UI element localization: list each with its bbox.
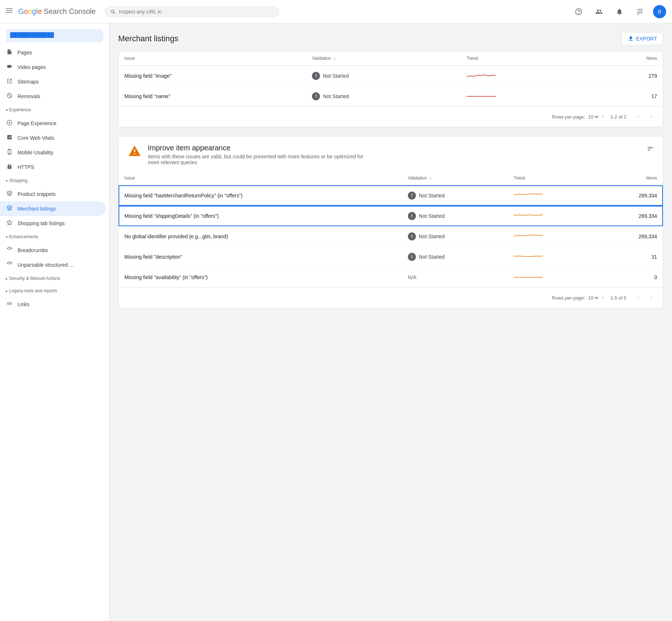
table-row[interactable]: No global identifier provided (e.g., gti… [119,226,663,247]
shopping-section[interactable]: ▾ Shopping [0,174,109,187]
validation-col-header[interactable]: Validation ↓ [306,51,461,66]
sidebar-item-breadcrumbs[interactable]: Breadcrumbs [0,243,106,258]
sidebar-item-product-snippets[interactable]: Product snippets [0,187,106,201]
issue-col-header: Issue [119,51,306,66]
table-row[interactable]: Missing field "availability" (in "offers… [119,267,663,288]
shopping-tab-icon [6,220,13,227]
sidebar-item-removals[interactable]: Removals [0,89,106,104]
issue-cell: Missing field "image" [119,66,306,86]
video-pages-icon [6,63,13,71]
items-col-header-2: Items [597,171,663,185]
breadcrumbs-label: Breadcrumbs [18,247,48,253]
next-page-button[interactable]: › [645,111,657,123]
svg-point-4 [579,13,579,13]
product-snippets-icon [6,190,13,198]
help-icon[interactable] [571,4,586,19]
experience-section[interactable]: ▾ Experience [0,104,109,116]
trend-sparkline [514,231,543,240]
mobile-usability-label: Mobile Usability [18,150,53,155]
sidebar-item-video-pages[interactable]: Video pages [0,60,106,74]
legacy-chevron: ▸ [6,289,8,293]
validation-status-text: Not Started [419,234,445,239]
pagination-range: 1-2 of 2 [610,114,626,120]
dropdown-icon [601,115,605,119]
improve-title: Improve item appearance [148,144,367,152]
validation-cell: ! Not Started [306,66,461,86]
shopping-tab-label: Shopping tab listings [18,220,65,226]
page-title: Merchant listings [118,34,178,43]
rows-per-page-label-2: Rows per page: 10 25 50 [552,295,605,301]
grid-icon[interactable] [633,4,647,19]
experience-label: Experience [9,107,31,112]
app-layout: █████████████ Pages Video pages [0,23,672,621]
trend-sparkline [467,71,496,80]
filter-icon[interactable] [647,145,654,154]
trend-cell [508,247,597,267]
trend-col-header-2: Trend [508,171,597,185]
validation-cell: ! Not Started [306,86,461,107]
pagination-range-2: 1-5 of 5 [610,295,626,301]
avatar[interactable]: B [653,5,666,18]
rows-per-page-select[interactable]: 10 25 50 [587,114,599,120]
merchant-listings-label: Merchant listings [18,206,56,212]
sidebar-item-pages[interactable]: Pages [0,45,106,60]
security-section[interactable]: ▸ Security & Manual Actions [0,272,109,285]
notifications-icon[interactable] [612,4,627,19]
validation-status-icon: ! [408,212,416,220]
sidebar-item-shopping-tab-listings[interactable]: Shopping tab listings [0,216,106,231]
validation-cell: ! Not Started [402,247,508,267]
merchant-listings-icon [6,205,13,212]
sidebar-item-https[interactable]: HTTPS [0,160,106,174]
table-row[interactable]: Missing field "image" ! Not Started [119,66,663,86]
export-button[interactable]: EXPORT [621,32,663,45]
experience-chevron: ▾ [6,108,8,112]
export-label: EXPORT [636,36,657,42]
search-bar[interactable] [104,6,279,18]
prev-page-button-2[interactable]: ‹ [632,292,644,304]
shopping-label: Shopping [9,178,28,183]
menu-icon[interactable] [6,7,12,16]
prev-page-button[interactable]: ‹ [632,111,644,123]
issue-col-header-2: Issue [119,171,402,185]
legacy-tools-section[interactable]: ▸ Legacy tools and reports [0,285,109,297]
people-icon[interactable] [592,4,606,19]
sort-icon: ↓ [333,56,336,61]
enhancements-section[interactable]: ▾ Enhancements [0,231,109,243]
table-row[interactable]: Missing field "description" ! Not Starte… [119,247,663,267]
sidebar-item-mobile-usability[interactable]: Mobile Usability [0,145,106,160]
trend-sparkline [514,272,543,281]
https-icon [6,163,13,171]
svg-point-6 [9,122,10,123]
sidebar-item-links[interactable]: Links [0,297,106,312]
items-count: 269,334 [597,226,663,247]
issue-cell: Missing field "availability" (in "offers… [119,267,402,288]
search-icon [110,9,116,15]
errors-card: Issue Validation ↓ Trend Items Missing f… [118,51,663,127]
next-page-button-2[interactable]: › [645,292,657,304]
page-experience-label: Page Experience [18,120,57,126]
sitemaps-label: Sitemaps [18,79,39,85]
table-row[interactable]: Missing field "shippingDetails" (in "off… [119,206,663,226]
table-row[interactable]: Missing field "hasMerchantReturnPolicy" … [119,185,663,206]
property-selector[interactable]: █████████████ [6,29,103,42]
sidebar-item-unparsable[interactable]: Unparsable structured ... [0,258,106,272]
app-logo: Google Search Console [18,7,96,16]
validation-cell: ! Not Started [402,226,508,247]
sidebar-item-merchant-listings[interactable]: Merchant listings [0,201,106,216]
shopping-chevron: ▾ [6,179,8,183]
svg-marker-7 [7,220,12,225]
sidebar-item-sitemaps[interactable]: Sitemaps [0,74,106,89]
trend-sparkline [467,91,496,100]
rows-per-page-select-2[interactable]: 10 25 50 [587,295,599,301]
sidebar-item-core-web-vitals[interactable]: Core Web Vitals [0,131,106,145]
core-web-vitals-label: Core Web Vitals [18,135,54,141]
sitemaps-icon [6,78,13,85]
trend-cell [508,185,597,206]
search-input[interactable] [119,9,274,15]
enhancements-chevron: ▾ [6,235,8,239]
pagination-nav: ‹ › [632,111,657,123]
validation-col-header-2[interactable]: Validation ↓ [402,171,508,185]
sidebar-item-page-experience[interactable]: Page Experience [0,116,106,131]
page-header: Merchant listings EXPORT [118,32,663,45]
table-row[interactable]: Missing field "name" ! Not Started [119,86,663,107]
